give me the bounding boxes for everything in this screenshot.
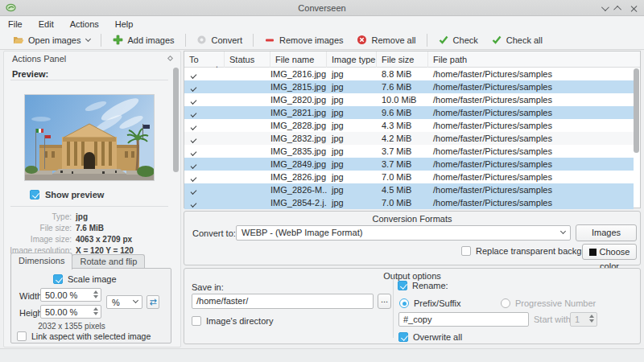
spinner-arrows-icon[interactable] <box>93 307 98 315</box>
to-convert-cell[interactable] <box>184 82 225 92</box>
table-row[interactable]: IMG_2828.jpgjpg4.3 MiB/home/faster/Pictu… <box>184 119 634 132</box>
table-row[interactable]: IMG_2826.jpgjpg7.0 MiB/home/faster/Pictu… <box>184 171 634 183</box>
check-all-button[interactable]: Check all <box>485 32 549 48</box>
save-in-label: Save in: <box>192 282 224 292</box>
rename-pattern-input[interactable]: #_copy <box>398 312 529 327</box>
choose-color-button[interactable]: Choose color <box>582 244 637 260</box>
table-row[interactable]: IMG_2854-2.j...jpg7.0 MiB/home/faster/Pi… <box>184 196 634 209</box>
actions-panel: Actions Panel Preview: <box>3 51 181 348</box>
row-check-icon <box>191 150 197 156</box>
check-all-icon <box>491 35 502 46</box>
rename-label: Rename: <box>412 281 448 290</box>
to-convert-cell[interactable] <box>184 172 225 182</box>
convert-button[interactable]: Convert <box>190 32 250 48</box>
row-check-icon <box>191 201 197 208</box>
check-button[interactable]: Check <box>431 32 485 48</box>
table-row[interactable]: IMG_2820.jpgjpg10.0 MiB/home/faster/Pict… <box>184 93 634 106</box>
table-row[interactable]: IMG_2826-M...jpg4.5 MiB/home/faster/Pict… <box>184 183 634 196</box>
tab-dimensions[interactable]: Dimensions <box>10 253 72 269</box>
open-images-button[interactable]: Open images <box>6 32 97 48</box>
table-cell: jpg <box>327 146 377 156</box>
column-header[interactable]: File path <box>428 51 640 68</box>
maximize-icon[interactable] <box>613 5 621 13</box>
menu-file[interactable]: File <box>8 19 23 29</box>
table-scrollbar[interactable] <box>634 68 639 207</box>
menu-actions[interactable]: Actions <box>70 19 99 29</box>
table-cell: IMG_2821.jpg <box>270 108 327 117</box>
table-cell: IMG_2835.jpg <box>270 146 327 156</box>
image-info: Type: jpg File size: 7.6 MiB Image size:… <box>4 212 169 255</box>
replace-background-checkbox[interactable] <box>461 246 471 256</box>
add-images-button[interactable]: Add images <box>105 32 180 48</box>
table-row[interactable]: IMG_2816.jpgjpg8.8 MiB/home/faster/Pictu… <box>184 68 634 80</box>
divider <box>10 206 168 207</box>
to-convert-cell[interactable] <box>184 69 225 79</box>
column-header[interactable]: To convert <box>184 51 225 68</box>
to-convert-cell[interactable] <box>184 198 225 208</box>
table-cell: IMG_2832.jpg <box>270 134 327 143</box>
panel-scrollbar[interactable] <box>173 68 179 344</box>
actions-panel-title: Actions Panel <box>12 54 66 64</box>
to-convert-cell[interactable] <box>184 95 225 105</box>
table-row[interactable]: IMG_2835.jpgjpg3.7 MiB/home/faster/Pictu… <box>184 145 634 158</box>
save-path-input[interactable]: /home/faster/ <box>192 294 374 309</box>
menu-help[interactable]: Help <box>115 19 134 29</box>
table-cell: jpg <box>327 95 377 105</box>
menu-bar: File Edit Actions Help <box>0 17 644 31</box>
to-convert-cell[interactable] <box>184 185 225 195</box>
title-bar[interactable]: Converseen <box>0 0 644 16</box>
height-spinbox[interactable]: 50.00 % <box>40 305 101 319</box>
show-preview-checkbox[interactable] <box>30 190 39 200</box>
table-cell: 3.7 MiB <box>377 159 428 169</box>
scale-image-checkbox[interactable] <box>53 274 63 284</box>
table-cell: IMG_2828.jpg <box>270 121 327 130</box>
row-check-icon <box>191 72 197 79</box>
chevron-down-icon <box>560 228 566 234</box>
toolbar: Open images Add images Convert Remove im… <box>0 31 644 50</box>
spinner-arrows-icon[interactable] <box>93 290 98 298</box>
float-panel-icon[interactable] <box>167 56 173 61</box>
to-convert-cell[interactable] <box>184 146 225 156</box>
rename-checkbox[interactable] <box>398 281 407 290</box>
column-header[interactable]: Status <box>225 51 270 68</box>
unit-combobox[interactable]: % <box>106 295 142 309</box>
table-row[interactable]: IMG_2832.jpgjpg4.2 MiB/home/faster/Pictu… <box>184 132 634 145</box>
images-directory-checkbox[interactable] <box>192 316 201 326</box>
to-convert-cell[interactable] <box>184 121 225 130</box>
format-combobox[interactable]: WEBP - (WebP Image Format) <box>236 225 571 241</box>
row-check-icon <box>191 124 197 130</box>
minimize-icon[interactable] <box>601 3 609 11</box>
table-cell: /home/faster/Pictures/samples <box>428 198 634 208</box>
table-cell: jpg <box>327 82 377 92</box>
to-convert-cell[interactable] <box>184 134 225 143</box>
remove-all-icon <box>357 35 368 46</box>
start-with-spinbox[interactable]: 1 <box>570 312 597 327</box>
images-settings-button[interactable]: Images settings <box>576 224 637 241</box>
table-row[interactable]: IMG_2849.jpgjpg3.7 MiB/home/faster/Pictu… <box>184 158 634 171</box>
column-header[interactable]: Image type <box>327 51 377 68</box>
to-convert-cell[interactable] <box>184 108 225 117</box>
divider <box>10 80 168 80</box>
overwrite-all-checkbox[interactable] <box>398 332 408 342</box>
column-header[interactable]: File name <box>270 51 327 68</box>
to-convert-cell[interactable] <box>184 159 225 169</box>
progressive-number-radio[interactable] <box>501 298 510 308</box>
table-row[interactable]: IMG_2821.jpgjpg9.6 MiB/home/faster/Pictu… <box>184 106 634 119</box>
table-cell: /home/faster/Pictures/samples <box>428 108 634 117</box>
table-cell: jpg <box>327 185 377 195</box>
table-header: To convertStatusFile nameImage typeFile … <box>184 51 640 68</box>
menu-edit[interactable]: Edit <box>39 19 54 29</box>
close-icon[interactable] <box>630 5 638 12</box>
remove-all-button[interactable]: Remove all <box>350 32 423 48</box>
remove-images-button[interactable]: Remove images <box>258 32 349 48</box>
prefix-suffix-radio[interactable] <box>399 298 409 308</box>
conversion-formats-group: Conversion Formats Convert to: WEBP - (W… <box>184 211 641 265</box>
swap-dimensions-button[interactable]: ⇄ <box>147 295 159 309</box>
browse-button[interactable]: ... <box>378 294 391 309</box>
table-row[interactable]: IMG_2815.jpgjpg7.6 MiB/home/faster/Pictu… <box>184 80 634 93</box>
output-options-group: Output options Save in: /home/faster/ ..… <box>184 268 641 344</box>
link-aspect-checkbox[interactable] <box>17 331 27 341</box>
scale-image-label: Scale image <box>68 274 117 284</box>
column-header[interactable]: File size <box>377 51 428 68</box>
width-spinbox[interactable]: 50.00 % <box>40 288 101 302</box>
